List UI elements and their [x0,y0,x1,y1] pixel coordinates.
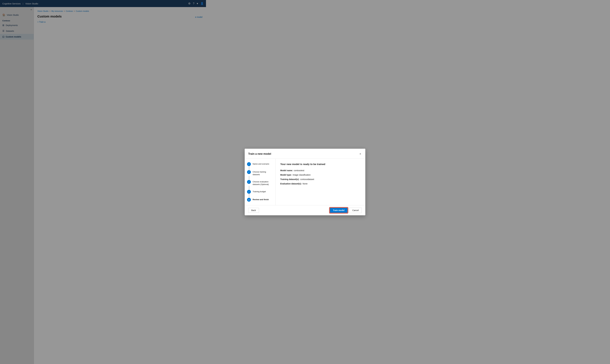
modal-overlay: Train a new model × ✓ Name and scenario … [0,0,206,364]
